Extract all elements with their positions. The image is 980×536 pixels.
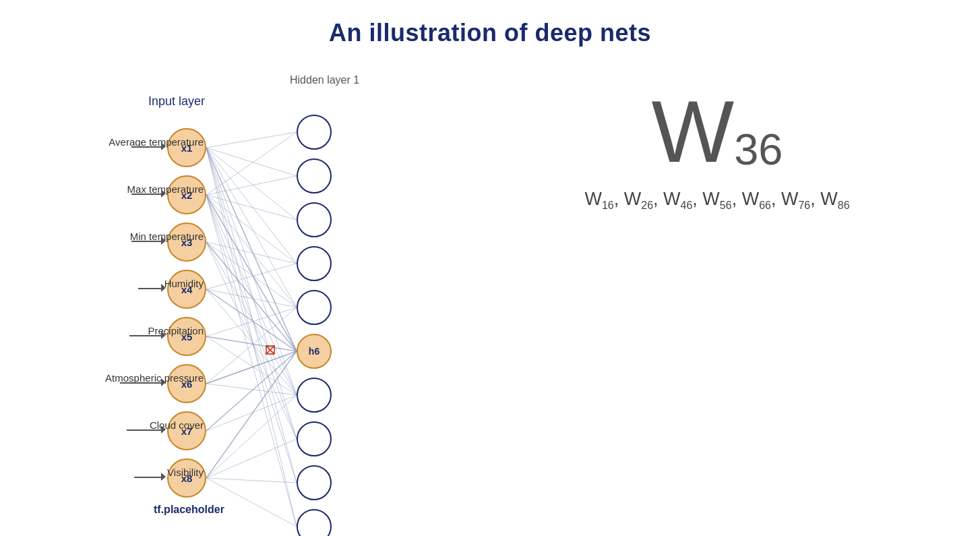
svg-line-28 bbox=[206, 264, 297, 289]
svg-line-12 bbox=[206, 195, 297, 220]
hidden-node-9 bbox=[297, 465, 332, 500]
hidden-node-h6: h6 bbox=[297, 334, 332, 369]
svg-line-19 bbox=[206, 195, 297, 527]
arrow-x5 bbox=[129, 335, 163, 336]
arrowhead-x3 bbox=[161, 237, 166, 245]
input-node-x2: x2 bbox=[167, 175, 206, 214]
arrowhead-x2 bbox=[161, 189, 166, 198]
connections-svg bbox=[0, 54, 472, 536]
arrowhead-x7 bbox=[161, 425, 166, 434]
arrowhead-x4 bbox=[161, 284, 166, 292]
hidden-node-7 bbox=[297, 378, 332, 413]
svg-rect-42 bbox=[266, 346, 274, 354]
svg-line-22 bbox=[206, 242, 297, 395]
input-node-x8: x8 bbox=[167, 458, 206, 498]
hidden-layer-label: Hidden layer 1 bbox=[290, 74, 359, 86]
arrow-x3 bbox=[131, 241, 163, 242]
svg-line-43 bbox=[266, 346, 274, 354]
svg-line-36 bbox=[206, 395, 297, 431]
arrowhead-x6 bbox=[161, 378, 166, 386]
svg-line-32 bbox=[206, 351, 297, 384]
svg-line-7 bbox=[206, 148, 297, 439]
hidden-node-3 bbox=[297, 202, 332, 237]
svg-line-13 bbox=[206, 195, 297, 264]
svg-line-37 bbox=[206, 351, 297, 478]
svg-line-35 bbox=[206, 351, 297, 431]
svg-line-15 bbox=[206, 195, 297, 351]
arrow-x6 bbox=[120, 382, 163, 384]
arrow-x7 bbox=[127, 429, 163, 431]
hidden-node-5 bbox=[297, 290, 332, 325]
arrow-x1 bbox=[131, 146, 163, 148]
arrowhead-x1 bbox=[161, 142, 166, 150]
svg-line-6 bbox=[206, 148, 297, 395]
svg-line-16 bbox=[206, 195, 297, 395]
input-node-x7: x7 bbox=[167, 411, 206, 450]
svg-line-29 bbox=[206, 336, 297, 351]
input-node-x3: x3 bbox=[167, 222, 206, 262]
svg-line-10 bbox=[206, 132, 297, 195]
svg-line-3 bbox=[206, 148, 297, 264]
hidden-node-8 bbox=[297, 421, 332, 456]
right-content: W36 W16, W26, W46, W56, W66, W76, W86 bbox=[508, 88, 926, 212]
svg-line-2 bbox=[206, 148, 297, 220]
arrow-x4 bbox=[138, 288, 163, 289]
svg-line-39 bbox=[206, 439, 297, 478]
hidden-node-4 bbox=[297, 246, 332, 281]
hidden-node-1 bbox=[297, 115, 332, 150]
svg-line-38 bbox=[206, 395, 297, 478]
svg-line-4 bbox=[206, 148, 297, 307]
svg-line-33 bbox=[206, 307, 297, 384]
svg-line-20 bbox=[206, 242, 297, 351]
svg-line-8 bbox=[206, 148, 297, 483]
arrow-x8 bbox=[134, 477, 163, 478]
weight-sub-large: 36 bbox=[734, 125, 783, 174]
svg-line-44 bbox=[266, 346, 274, 354]
svg-line-5 bbox=[206, 148, 297, 351]
svg-line-18 bbox=[206, 195, 297, 483]
arrowhead-x8 bbox=[161, 473, 166, 481]
placeholder-label: tf.placeholder bbox=[154, 504, 224, 516]
weight-main-large: W bbox=[651, 82, 734, 181]
hidden-node-2 bbox=[297, 158, 332, 193]
svg-line-27 bbox=[206, 289, 297, 395]
svg-line-41 bbox=[206, 478, 297, 527]
svg-line-30 bbox=[206, 307, 297, 336]
svg-line-11 bbox=[206, 176, 297, 195]
svg-line-14 bbox=[206, 195, 297, 307]
arrowhead-x5 bbox=[161, 331, 166, 339]
svg-line-21 bbox=[206, 242, 297, 307]
svg-line-40 bbox=[206, 478, 297, 483]
svg-line-0 bbox=[206, 132, 297, 148]
input-node-x4: x4 bbox=[167, 270, 206, 309]
svg-line-17 bbox=[206, 195, 297, 439]
input-layer-label: Input layer bbox=[148, 94, 205, 109]
svg-line-25 bbox=[206, 289, 297, 351]
feature-label-x8: Visibility bbox=[167, 467, 204, 478]
svg-line-34 bbox=[206, 384, 297, 395]
weights-list: W16, W26, W46, W56, W66, W76, W86 bbox=[584, 189, 849, 212]
diagram-area: Input layer Hidden layer 1 x1 Average te… bbox=[0, 54, 472, 536]
svg-line-31 bbox=[206, 336, 297, 395]
hidden-node-10 bbox=[297, 509, 332, 536]
arrow-x2 bbox=[131, 193, 163, 195]
svg-line-23 bbox=[206, 242, 297, 264]
svg-line-9 bbox=[206, 148, 297, 527]
page-title: An illustration of deep nets bbox=[0, 0, 980, 47]
input-node-x1: x1 bbox=[167, 128, 206, 167]
svg-line-26 bbox=[206, 289, 297, 307]
svg-line-1 bbox=[206, 148, 297, 176]
svg-line-24 bbox=[206, 242, 297, 439]
input-node-x6: x6 bbox=[167, 364, 206, 403]
input-node-x5: x5 bbox=[167, 317, 206, 356]
feature-label-x4: Humidity bbox=[164, 278, 204, 289]
